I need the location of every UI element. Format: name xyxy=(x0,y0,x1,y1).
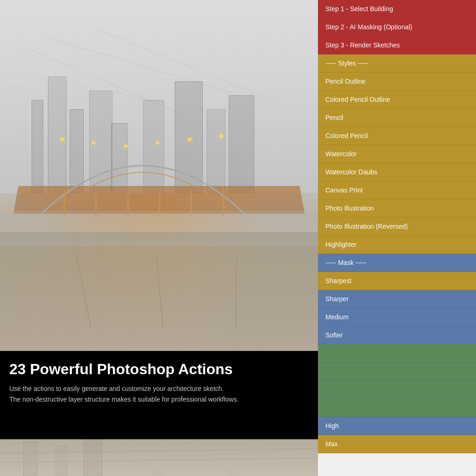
colored-pencil-item[interactable]: Colored Pencil xyxy=(318,127,476,145)
medium-label: Medium xyxy=(325,313,349,321)
step3-label: Step 3 - Render Sketches xyxy=(325,41,400,49)
svg-rect-11 xyxy=(56,446,67,476)
styles-separator: ----- Styles ----- xyxy=(318,54,476,73)
mask-sep-label: ----- Mask ----- xyxy=(325,259,366,266)
svg-rect-10 xyxy=(23,442,37,476)
info-description: Use the actions to easily generate and c… xyxy=(9,383,309,404)
green-strip-1 xyxy=(318,344,476,363)
high-item[interactable]: High xyxy=(318,417,476,435)
mask-separator: ----- Mask ----- xyxy=(318,254,476,272)
svg-line-5 xyxy=(0,449,318,453)
colored-pencil-outline-item[interactable]: Colored Pencil Outline xyxy=(318,91,476,109)
canvas-print-item[interactable]: Canvas Print xyxy=(318,181,476,199)
svg-rect-12 xyxy=(84,439,102,476)
sharper-label: Sharper xyxy=(325,295,349,303)
svg-line-2 xyxy=(93,28,279,102)
photo-illustration-item[interactable]: Photo Illustration xyxy=(318,199,476,218)
step1-item[interactable]: Step 1 - Select Building xyxy=(318,0,476,18)
highlighter-item[interactable]: Highlighter xyxy=(318,236,476,254)
sharper-item[interactable]: Sharper xyxy=(318,290,476,308)
svg-line-3 xyxy=(0,70,302,130)
max-label: Max xyxy=(325,440,337,448)
right-panel: Step 1 - Select Building Step 2 - AI Mas… xyxy=(318,0,476,476)
svg-line-6 xyxy=(0,458,318,463)
green-strip-3 xyxy=(318,381,476,399)
pencil-item[interactable]: Pencil xyxy=(318,109,476,127)
medium-item[interactable]: Medium xyxy=(318,308,476,326)
watercolor-label: Watercolor xyxy=(325,150,357,158)
colored-pencil-label: Colored Pencil xyxy=(325,132,368,139)
green-strip-2 xyxy=(318,363,476,381)
pencil-outline-item[interactable]: Pencil Outline xyxy=(318,73,476,91)
styles-sep-label: ----- Styles ----- xyxy=(325,60,369,67)
info-bar: 23 Powerful Photoshop Actions Use the ac… xyxy=(0,351,318,439)
info-desc-line2: The non-destructive layer structure make… xyxy=(9,396,238,403)
pencil-outline-label: Pencil Outline xyxy=(325,78,365,85)
softer-label: Softer xyxy=(325,331,343,339)
colored-pencil-outline-label: Colored Pencil Outline xyxy=(325,96,390,103)
svg-line-8 xyxy=(93,439,163,476)
info-desc-line1: Use the actions to easily generate and c… xyxy=(9,385,224,392)
max-item[interactable]: Max xyxy=(318,435,476,453)
sharpest-item[interactable]: Sharpest xyxy=(318,272,476,290)
green-strip-4 xyxy=(318,399,476,417)
highlighter-label: Highlighter xyxy=(325,241,357,248)
svg-line-1 xyxy=(46,37,232,93)
info-headline: 23 Powerful Photoshop Actions xyxy=(9,360,309,378)
city-sketch xyxy=(0,0,318,93)
sharpest-label: Sharpest xyxy=(325,277,351,284)
photo-illustration-reversed-label: Photo Illustration (Reversed) xyxy=(325,223,408,230)
watercolor-daubs-item[interactable]: Watercolor Daubs xyxy=(318,163,476,181)
photo-illustration-reversed-item[interactable]: Photo Illustration (Reversed) xyxy=(318,218,476,236)
main-image xyxy=(0,0,318,351)
canvas-print-label: Canvas Print xyxy=(325,186,363,194)
softer-item[interactable]: Softer xyxy=(318,326,476,344)
svg-line-9 xyxy=(186,439,232,476)
watercolor-item[interactable]: Watercolor xyxy=(318,145,476,163)
step3-item[interactable]: Step 3 - Render Sketches xyxy=(318,36,476,54)
watercolor-daubs-label: Watercolor Daubs xyxy=(325,168,377,176)
photo-illustration-label: Photo Illustration xyxy=(325,205,374,212)
step2-item[interactable]: Step 2 - AI Masking (Optional) xyxy=(318,18,476,36)
step2-label: Step 2 - AI Masking (Optional) xyxy=(325,23,412,31)
svg-line-0 xyxy=(23,46,186,116)
pencil-label: Pencil xyxy=(325,114,343,121)
high-label: High xyxy=(325,422,339,430)
step1-label: Step 1 - Select Building xyxy=(325,5,393,13)
bottom-sketch xyxy=(0,439,318,476)
svg-line-4 xyxy=(0,84,318,139)
